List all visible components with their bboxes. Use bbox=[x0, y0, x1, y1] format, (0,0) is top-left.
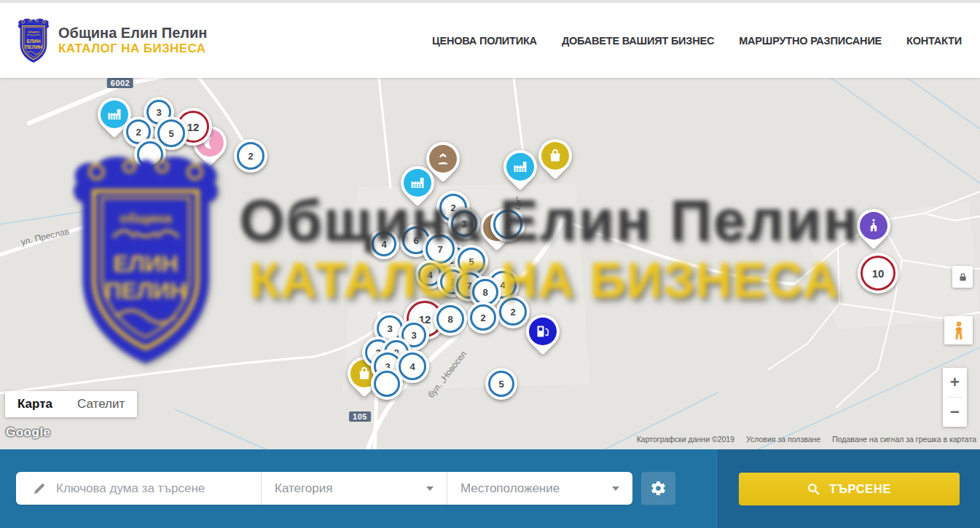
location-value: Местоположение bbox=[460, 481, 560, 496]
category-dropdown[interactable]: Категория bbox=[261, 472, 447, 505]
zoom-out-button[interactable]: − bbox=[943, 398, 967, 427]
advanced-settings-button[interactable] bbox=[641, 472, 675, 505]
cluster-count: 3 bbox=[461, 218, 466, 229]
report-error-link[interactable]: Подаване на сигнал за грешка в картата bbox=[832, 435, 976, 444]
cluster-count: 8 bbox=[482, 287, 487, 298]
page: община ЕЛИН ПЕЛИН Община Елин Пелин КАТА… bbox=[0, 0, 980, 528]
cluster-count: 2 bbox=[248, 151, 253, 162]
lock-button[interactable] bbox=[952, 266, 973, 288]
crest-name-line2: ПЕЛИН bbox=[25, 44, 42, 50]
map-type-map-button[interactable]: Карта bbox=[5, 391, 65, 417]
factory-icon bbox=[506, 153, 534, 181]
cluster-count: 7 bbox=[437, 244, 442, 255]
keyword-segment bbox=[16, 472, 261, 505]
nav-item[interactable]: МАРШРУТНО РАЗПИСАНИЕ bbox=[739, 35, 882, 47]
cluster-count: 2 bbox=[480, 312, 485, 323]
cluster-marker[interactable]: 3 bbox=[448, 208, 480, 240]
fuel-pin[interactable] bbox=[526, 315, 560, 348]
municipality-crest-icon: община ЕЛИН ПЕЛИН bbox=[16, 17, 51, 65]
cluster-marker[interactable]: 8 bbox=[434, 302, 467, 336]
chevron-down-icon bbox=[426, 486, 434, 491]
crest-name-line1: ЕЛИН bbox=[26, 39, 40, 44]
chevron-down-icon bbox=[612, 486, 619, 491]
cluster-marker[interactable]: 4 bbox=[369, 229, 399, 259]
crest-town-word: община bbox=[28, 29, 39, 33]
cluster-count: 3 bbox=[156, 107, 161, 118]
terms-link[interactable]: Условия за ползване bbox=[746, 435, 820, 444]
map-copyright: Картографски данни ©2019 bbox=[637, 435, 734, 444]
cluster-marker[interactable]: 10 bbox=[858, 253, 898, 293]
cluster-count: 5 bbox=[505, 219, 510, 230]
search-button[interactable]: ТЪРСЕНЕ bbox=[739, 473, 960, 505]
cluster-marker[interactable]: 2 bbox=[496, 295, 530, 328]
cluster-marker[interactable]: 2 bbox=[234, 139, 267, 173]
logo-subtitle: КАТАЛОГ НА БИЗНЕСА bbox=[58, 42, 207, 56]
cluster-count: 8 bbox=[447, 314, 452, 325]
location-dropdown[interactable]: Местоположение bbox=[447, 472, 632, 505]
cluster-count: 3 bbox=[387, 323, 392, 334]
nav-item[interactable]: КОНТАКТИ bbox=[906, 35, 962, 47]
church-pin[interactable] bbox=[857, 209, 890, 243]
keyword-input[interactable] bbox=[56, 481, 254, 496]
gear-icon bbox=[650, 480, 667, 497]
factory-pin[interactable] bbox=[401, 166, 434, 200]
zoom-control: + − bbox=[943, 368, 967, 427]
cluster-count: 12 bbox=[187, 121, 200, 133]
factory-pin[interactable] bbox=[503, 150, 537, 184]
factory-icon bbox=[404, 169, 431, 197]
logo-title: Община Елин Пелин bbox=[58, 24, 207, 42]
cluster-count: 6 bbox=[413, 235, 418, 246]
cluster-count: 5 bbox=[498, 379, 503, 390]
google-logo[interactable]: Google bbox=[6, 425, 51, 440]
church-icon bbox=[860, 212, 887, 240]
cluster-marker[interactable]: 5 bbox=[490, 207, 525, 242]
map-canvas[interactable]: ул. Преславбул. „Новоселици“ 6002105 312… bbox=[0, 78, 980, 449]
cluster-count: 4 bbox=[427, 269, 432, 280]
map-type-satellite-button[interactable]: Сателит bbox=[65, 391, 137, 417]
search-button-label: ТЪРСЕНЕ bbox=[829, 482, 891, 496]
cluster-count: 2 bbox=[136, 127, 141, 138]
cluster-count: 5 bbox=[469, 256, 474, 267]
nav-item[interactable]: ДОБАВЕТЕ ВАШИЯТ БИЗНЕС bbox=[562, 35, 714, 47]
factory-icon bbox=[101, 101, 128, 128]
cluster-count: 4 bbox=[381, 239, 386, 250]
fuel-icon bbox=[529, 318, 557, 345]
category-value: Категория bbox=[275, 481, 332, 496]
zoom-in-button[interactable]: + bbox=[943, 368, 967, 397]
header: община ЕЛИН ПЕЛИН Община Елин Пелин КАТА… bbox=[0, 3, 980, 78]
bag-icon bbox=[541, 142, 569, 170]
search-bar: Категория Местоположение ТЪРСЕНЕ bbox=[0, 449, 980, 528]
cluster-marker[interactable] bbox=[134, 138, 166, 170]
cluster-count: 5 bbox=[168, 128, 173, 139]
cluster-count: 2 bbox=[510, 307, 515, 318]
cluster-count: 3 bbox=[411, 330, 416, 341]
lock-icon bbox=[957, 271, 968, 283]
street-view-pegman[interactable] bbox=[944, 316, 973, 344]
cluster-count: 4 bbox=[409, 361, 415, 372]
map-attribution: Картографски данни ©2019 Условия за полз… bbox=[637, 435, 976, 444]
top-strip bbox=[0, 0, 980, 3]
cluster-marker[interactable]: 2 bbox=[467, 302, 499, 334]
map-type-control: Карта Сателит bbox=[5, 391, 137, 417]
main-nav: ЦЕНОВА ПОЛИТИКАДОБАВЕТЕ ВАШИЯТ БИЗНЕСМАР… bbox=[432, 35, 962, 47]
nav-item[interactable]: ЦЕНОВА ПОЛИТИКА bbox=[432, 35, 537, 47]
cluster-marker[interactable] bbox=[371, 368, 403, 400]
road-number-badge: 6002 bbox=[107, 78, 133, 88]
pencil-icon bbox=[32, 481, 47, 496]
cluster-marker[interactable]: 5 bbox=[485, 368, 517, 400]
search-input-group: Категория Местоположение bbox=[16, 472, 632, 505]
site-logo[interactable]: община ЕЛИН ПЕЛИН Община Елин Пелин КАТА… bbox=[16, 17, 207, 65]
shopping-pin[interactable] bbox=[538, 139, 572, 173]
cluster-count: 10 bbox=[872, 267, 885, 280]
search-bar-right-section: ТЪРСЕНЕ bbox=[718, 449, 980, 528]
search-icon bbox=[807, 482, 820, 496]
road-number-badge: 105 bbox=[349, 411, 371, 422]
pegman-icon bbox=[949, 320, 968, 342]
